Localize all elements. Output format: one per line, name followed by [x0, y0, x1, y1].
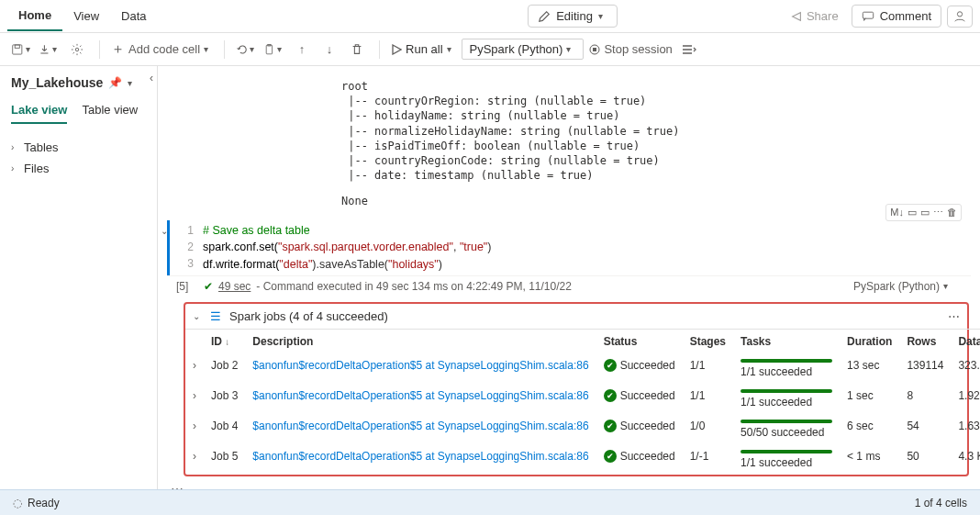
expand-row-button[interactable]: › — [185, 384, 204, 414]
job-status: ✔Succeeded — [596, 353, 683, 384]
status-text: Ready — [28, 497, 60, 509]
svg-rect-2 — [13, 44, 22, 53]
add-code-cell-button[interactable]: ＋ Add code cell ▾ — [111, 39, 213, 61]
download-button[interactable]: ▾ — [39, 39, 61, 61]
progress-bar — [741, 389, 832, 393]
move-down-button[interactable]: ↓ — [318, 39, 340, 61]
undo-button[interactable]: ▾ — [236, 39, 258, 61]
cell-more[interactable]: ⋯ — [171, 482, 980, 489]
stop-session-button[interactable]: Stop session — [589, 39, 672, 61]
job-link[interactable]: $anonfun$recordDeltaOperation$5 at Synap… — [252, 389, 588, 402]
spark-title: Spark jobs (4 of 4 succeeded) — [229, 309, 388, 323]
expand-row-button[interactable]: › — [185, 353, 204, 384]
job-id: Job 2 — [204, 353, 245, 384]
job-link[interactable]: $anonfun$recordDeltaOperation$5 at Synap… — [252, 420, 588, 432]
col-read[interactable]: Data read — [951, 329, 980, 353]
clipboard-icon — [263, 43, 275, 56]
kernel-selector[interactable]: PySpark (Python) ▾ — [462, 39, 585, 60]
job-duration: 1 sec — [840, 384, 899, 414]
settings-button[interactable] — [66, 39, 88, 61]
editing-mode-button[interactable]: Editing ▾ — [528, 5, 618, 28]
pencil-icon — [538, 10, 551, 23]
exec-msg: - Command executed in 49 sec 134 ms on 4… — [256, 280, 572, 293]
job-rows: 54 — [899, 414, 951, 444]
code-editor[interactable]: ▷ ⌄ 123 # Save as delta table spark.conf… — [167, 220, 971, 275]
table-row[interactable]: ›Job 3$anonfun$recordDeltaOperation$5 at… — [185, 384, 980, 414]
expand-row-button[interactable]: › — [185, 414, 204, 444]
job-stages: 1/1 — [683, 353, 733, 384]
tab-view[interactable]: View — [62, 2, 110, 30]
tool-icon[interactable]: ▭ — [920, 207, 930, 218]
markdown-tool[interactable]: M↓ — [890, 207, 904, 218]
comment-button[interactable]: Comment — [852, 5, 941, 28]
variables-icon — [682, 43, 696, 56]
col-desc[interactable]: Description — [245, 329, 596, 353]
save-button[interactable]: ▾ — [11, 39, 33, 61]
more-tool[interactable]: ⋯ — [933, 207, 943, 218]
delete-tool[interactable]: 🗑 — [947, 207, 957, 218]
collapse-sidebar-button[interactable]: ‹ — [150, 72, 153, 84]
tab-home[interactable]: Home — [7, 1, 62, 31]
job-duration: 6 sec — [840, 414, 899, 444]
col-rows[interactable]: Rows — [899, 329, 951, 353]
add-code-label: Add code cell — [128, 42, 200, 56]
line-numbers: 123 — [179, 222, 203, 274]
exec-status: [5] ✔ 49 sec - Command executed in 49 se… — [167, 275, 971, 297]
code-text: # Save as delta table spark.conf.set("sp… — [203, 222, 491, 274]
tool-icon[interactable]: ▭ — [908, 207, 917, 218]
job-link[interactable]: $anonfun$recordDeltaOperation$5 at Synap… — [252, 359, 588, 372]
job-link[interactable]: $anonfun$recordDeltaOperation$5 at Synap… — [252, 450, 588, 463]
cell-lang[interactable]: PySpark (Python)▾ — [853, 280, 965, 293]
col-tasks[interactable]: Tasks — [733, 329, 840, 353]
run-all-button[interactable]: Run all ▾ — [391, 39, 455, 61]
chevron-down-icon[interactable]: ▾ — [128, 78, 137, 88]
col-id[interactable]: ID ↓ — [204, 329, 245, 353]
lake-view-tab[interactable]: Lake view — [11, 103, 67, 124]
trash-icon — [351, 43, 363, 56]
table-view-tab[interactable]: Table view — [82, 103, 138, 124]
exec-time: 49 sec — [218, 280, 251, 293]
svg-rect-5 — [266, 45, 272, 54]
chevron-down-icon[interactable]: ⌄ — [161, 226, 168, 236]
schema-output: root |-- countryOrRegion: string (nullab… — [341, 75, 952, 213]
status-icon: ◌ — [13, 497, 22, 509]
tree-label: Files — [24, 162, 49, 175]
delete-cell-button[interactable] — [346, 39, 368, 61]
svg-rect-3 — [15, 44, 19, 47]
pin-icon[interactable]: 📌 — [108, 76, 122, 89]
variables-button[interactable] — [678, 39, 700, 61]
play-icon — [391, 44, 402, 55]
job-desc: $anonfun$recordDeltaOperation$5 at Synap… — [245, 444, 596, 475]
spark-icon: ☰ — [209, 309, 222, 322]
undo-icon — [236, 43, 248, 56]
clipboard-button[interactable]: ▾ — [263, 39, 285, 61]
col-stages[interactable]: Stages — [683, 329, 733, 353]
job-read: 1.63 KB — [951, 414, 980, 444]
svg-point-1 — [957, 11, 962, 16]
tree-tables[interactable]: ›Tables — [11, 137, 146, 158]
job-tasks: 1/1 succeeded — [733, 384, 840, 414]
comment-icon — [862, 10, 874, 23]
job-stages: 1/1 — [683, 384, 733, 414]
table-row[interactable]: ›Job 4$anonfun$recordDeltaOperation$5 at… — [185, 414, 980, 444]
col-duration[interactable]: Duration — [840, 329, 899, 353]
job-id: Job 5 — [204, 444, 245, 475]
expand-row-button[interactable]: › — [185, 444, 204, 475]
job-id: Job 4 — [204, 414, 245, 444]
table-row[interactable]: ›Job 5$anonfun$recordDeltaOperation$5 at… — [185, 444, 980, 475]
exec-tag: [5] — [176, 280, 188, 293]
col-status[interactable]: Status — [596, 329, 683, 353]
job-status: ✔Succeeded — [596, 414, 683, 444]
move-up-button[interactable]: ↑ — [291, 39, 313, 61]
job-rows: 50 — [899, 444, 951, 475]
tree-files[interactable]: ›Files — [11, 158, 146, 179]
table-row[interactable]: ›Job 2$anonfun$recordDeltaOperation$5 at… — [185, 353, 980, 384]
spark-more[interactable]: ⋯ — [948, 309, 960, 323]
people-button[interactable] — [947, 6, 973, 28]
share-button[interactable]: Share — [783, 6, 846, 27]
schema-none: None — [341, 194, 952, 208]
share-icon — [790, 10, 803, 23]
tab-data[interactable]: Data — [110, 2, 157, 30]
gear-icon — [71, 43, 84, 56]
collapse-spark-button[interactable]: ⌄ — [193, 311, 202, 321]
